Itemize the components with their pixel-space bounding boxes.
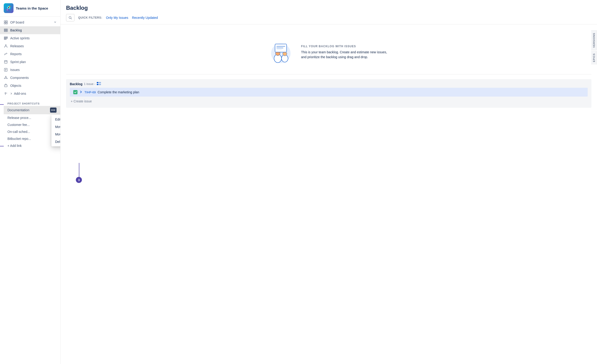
empty-state-description: This is your team backlog. Create and es…: [301, 50, 389, 60]
svg-point-26: [5, 77, 7, 79]
issue-status-chevron: [79, 90, 83, 94]
svg-rect-48: [97, 84, 98, 85]
sprint-plan-icon: [4, 60, 8, 64]
releases-icon: [4, 44, 8, 48]
empty-state-heading: FILL YOUR BACKLOG WITH ISSUES: [301, 45, 389, 48]
create-issue-button[interactable]: + Create issue: [70, 97, 93, 105]
main-header: Backlog QUICK FILTERS: Only My Issues Re…: [61, 0, 597, 24]
documentation-shortcut-wrapper: Documentation ••• Edit Move up Move down…: [4, 106, 60, 114]
context-menu-edit[interactable]: Edit: [51, 116, 61, 123]
svg-point-28: [7, 78, 8, 79]
shortcut-documentation-label: Documentation: [8, 108, 29, 112]
sidebar-item-op-board[interactable]: OP board: [0, 18, 60, 26]
search-button[interactable]: [66, 14, 74, 21]
sidebar-item-reports-label: Reports: [10, 52, 22, 56]
sidebar-item-issues[interactable]: Issues: [0, 66, 60, 74]
svg-rect-15: [4, 37, 8, 38]
sidebar-shortcut-documentation[interactable]: Documentation •••: [4, 106, 60, 114]
svg-rect-11: [6, 23, 8, 24]
issue-row[interactable]: TIHP-69 Complete the marketing plan: [70, 88, 588, 97]
svg-point-29: [4, 78, 5, 79]
svg-rect-18: [4, 61, 7, 63]
svg-rect-13: [4, 30, 8, 31]
empty-state: FILL YOUR BACKLOG WITH ISSUES This is yo…: [66, 30, 591, 74]
shortcuts-section-title: PROJECT SHORTCUTS: [4, 99, 60, 106]
svg-rect-6: [7, 9, 8, 10]
backlog-section-title: Backlog: [70, 82, 82, 86]
tab-versions[interactable]: VERSIONS: [591, 30, 597, 50]
svg-rect-12: [4, 29, 8, 30]
context-menu-move-up[interactable]: Move up: [51, 123, 61, 131]
sidebar-item-active-sprints-label: Active sprints: [10, 36, 30, 40]
active-sprints-icon: [4, 36, 8, 40]
sidebar: Teams in the Space OP board Backlog A: [0, 0, 61, 364]
svg-rect-14: [4, 31, 8, 32]
tab-epics[interactable]: EPICS: [591, 51, 597, 64]
issues-icon: [4, 68, 8, 72]
quick-filters-label: QUICK FILTERS:: [78, 16, 102, 19]
shortcuts-section: 1 PROJECT SHORTCUTS Documentation ••• Ed…: [0, 99, 60, 149]
page-title: Backlog: [66, 5, 591, 11]
svg-point-2: [8, 7, 9, 8]
filter-recently-updated[interactable]: Recently Updated: [132, 16, 158, 20]
sidebar-item-releases[interactable]: Releases: [0, 42, 60, 50]
sidebar-item-active-sprints[interactable]: Active sprints: [0, 34, 60, 42]
sidebar-item-components-label: Components: [10, 76, 29, 79]
svg-rect-4: [6, 9, 9, 11]
sidebar-item-add-ons[interactable]: Add-ons: [0, 90, 60, 97]
svg-rect-7: [7, 10, 8, 10]
backlog-issue-count: 1 issue -: [84, 82, 95, 86]
backlog-illustration: [268, 39, 294, 65]
svg-line-35: [71, 18, 72, 19]
annotation-line-v-3: [79, 163, 79, 177]
sidebar-item-sprint-plan[interactable]: Sprint plan: [0, 58, 60, 66]
project-logo: [4, 3, 14, 13]
svg-rect-16: [4, 38, 8, 39]
add-link-label: + Add link: [8, 144, 22, 148]
sidebar-item-sprint-plan-label: Sprint plan: [10, 60, 26, 64]
sidebar-nav: OP board Backlog Active sprints Releases: [0, 16, 60, 99]
issue-type-icon: [73, 90, 78, 94]
shortcut-more-button[interactable]: •••: [50, 108, 56, 113]
shortcut-on-call-schedule-label: On-call sched...: [8, 130, 30, 134]
sidebar-item-backlog-label: Backlog: [10, 28, 22, 32]
annotation-line-2: [0, 146, 4, 146]
search-icon: [68, 16, 72, 20]
create-issue-label: + Create issue: [71, 99, 92, 103]
svg-rect-50: [99, 84, 101, 85]
sidebar-item-op-board-label: OP board: [10, 21, 24, 24]
annotation-3: 3: [76, 177, 82, 183]
objects-icon: [4, 84, 8, 88]
shortcut-customer-feedback-label: Customer fee...: [8, 123, 30, 127]
context-menu-move-down[interactable]: Move down: [51, 131, 61, 138]
sidebar-project-title: Teams in the Space: [16, 6, 48, 10]
backlog-list-icon: [97, 82, 101, 86]
svg-rect-9: [6, 21, 8, 22]
svg-point-27: [6, 76, 6, 77]
empty-state-text: FILL YOUR BACKLOG WITH ISSUES This is yo…: [301, 45, 389, 60]
context-menu: Edit Move up Move down Delete: [51, 115, 61, 146]
filter-only-my-issues[interactable]: Only My Issues: [106, 16, 128, 20]
svg-rect-49: [99, 82, 101, 83]
components-icon: [4, 76, 8, 80]
svg-rect-33: [4, 85, 7, 87]
add-link-button[interactable]: + Add link: [4, 142, 25, 149]
backlog-icon: [4, 28, 8, 32]
backlog-section: Backlog 1 issue - TIHP-69 Complete t: [66, 79, 591, 108]
svg-line-31: [7, 78, 7, 78]
shortcut-bitbucket-repo-label: Bitbucket repo...: [8, 137, 31, 141]
sidebar-item-objects[interactable]: Objects: [0, 82, 60, 90]
side-tabs: VERSIONS EPICS: [591, 30, 597, 65]
context-menu-delete[interactable]: Delete: [51, 138, 61, 145]
chevron-right-spacer: [10, 92, 12, 95]
svg-point-3: [9, 6, 10, 7]
sidebar-item-components[interactable]: Components: [0, 74, 60, 82]
main-body: FILL YOUR BACKLOG WITH ISSUES This is yo…: [61, 24, 597, 364]
svg-rect-47: [97, 82, 98, 83]
op-board-icon: [4, 20, 8, 24]
sidebar-item-reports[interactable]: Reports: [0, 50, 60, 58]
svg-line-32: [5, 78, 5, 78]
svg-rect-17: [4, 39, 6, 40]
sidebar-item-backlog[interactable]: Backlog: [0, 26, 60, 34]
sidebar-header: Teams in the Space: [0, 0, 60, 16]
